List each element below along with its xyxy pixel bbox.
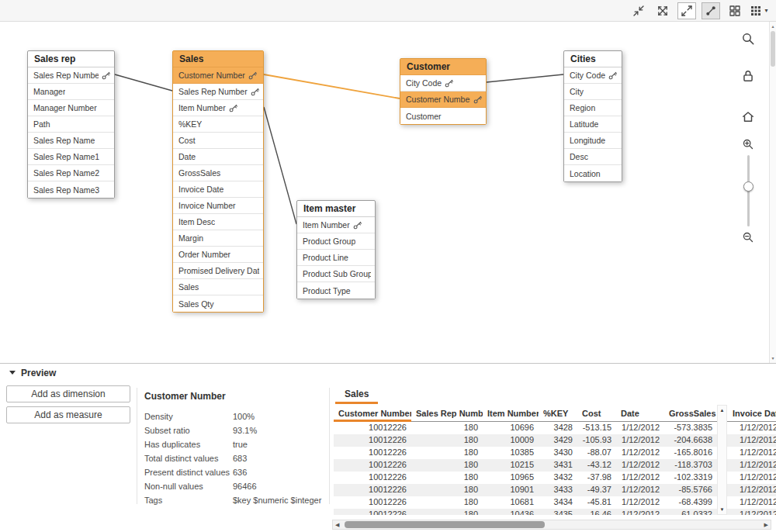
field-label: City Code <box>406 78 442 88</box>
key-icon <box>473 95 482 104</box>
view-menu-button[interactable]: ▾ <box>750 2 768 19</box>
field-latitude[interactable]: Latitude <box>564 116 622 133</box>
field-city[interactable]: City <box>564 84 622 100</box>
field-longitude[interactable]: Longitude <box>564 133 622 149</box>
field-sales-rep-number[interactable]: Sales Rep Number <box>28 67 114 84</box>
grid-row[interactable]: 10012226180109013433-49.371/12/2012-85.5… <box>334 484 776 496</box>
column-header-invoice-date[interactable]: Invoice Date <box>728 405 776 422</box>
divider <box>329 388 330 504</box>
field-date[interactable]: Date <box>173 149 263 165</box>
scroll-right-icon[interactable]: ▶ <box>764 521 768 529</box>
scrollbar-thumb[interactable] <box>771 31 775 67</box>
field-region[interactable]: Region <box>564 100 622 116</box>
scroll-down-icon[interactable]: ▾ <box>770 355 776 361</box>
association-sales-to-customer[interactable] <box>264 74 400 98</box>
column-header-grosssales[interactable]: GrossSales <box>664 405 717 422</box>
add-as-dimension-button[interactable]: Add as dimension <box>6 385 130 402</box>
cell-date: 1/12/2012 <box>616 459 664 472</box>
grid-row[interactable]: 10012226180100093429-105.931/12/2012-204… <box>334 434 776 447</box>
search-button[interactable] <box>739 29 757 48</box>
field-product-line[interactable]: Product Line <box>297 250 375 266</box>
field-sales-rep-name2[interactable]: Sales Rep Name2 <box>28 165 114 181</box>
field-invoice-date[interactable]: Invoice Date <box>173 181 263 198</box>
add-as-measure-button[interactable]: Add as measure <box>6 406 130 423</box>
scroll-left-icon[interactable]: ◀ <box>335 521 339 529</box>
column-header-date[interactable]: Date <box>616 405 664 422</box>
linked-fields-button[interactable] <box>702 2 720 19</box>
field-customer-number[interactable]: Customer Number <box>400 92 486 108</box>
field-%key[interactable]: %KEY <box>173 116 263 133</box>
field-city-code[interactable]: City Code <box>400 75 486 92</box>
field-order-number[interactable]: Order Number <box>173 247 263 263</box>
grid-row[interactable]: 10012226180102153431-43.121/12/2012-118.… <box>334 459 776 472</box>
model-table-sales[interactable]: SalesCustomer NumberSales Rep NumberItem… <box>172 50 264 313</box>
field-sales-rep-number[interactable]: Sales Rep Number <box>173 84 263 100</box>
lock-button[interactable] <box>739 67 757 85</box>
model-table-customer[interactable]: CustomerCity CodeCustomer NumberCustomer <box>400 58 487 125</box>
column-header-customer-number[interactable]: Customer Number <box>334 405 411 422</box>
field-product-group[interactable]: Product Group <box>297 233 375 250</box>
canvas-vertical-scrollbar[interactable]: ▴ ▾ <box>769 22 776 363</box>
grid-row[interactable]: 10012226180109653432-37.981/12/2012-102.… <box>334 472 776 484</box>
zoom-slider[interactable] <box>747 155 750 226</box>
field-sales[interactable]: Sales <box>173 279 263 295</box>
field-city-code[interactable]: City Code <box>564 67 622 84</box>
field-location[interactable]: Location <box>564 165 622 181</box>
grid-row[interactable]: 10012226180103853430-88.071/12/2012-165.… <box>334 447 776 459</box>
grid-layout-button[interactable] <box>726 2 744 19</box>
field-invoice-number[interactable]: Invoice Number <box>173 198 263 214</box>
field-desc[interactable]: Desc <box>564 149 622 165</box>
field-sales-qty[interactable]: Sales Qty <box>173 295 263 312</box>
column-header-cost[interactable]: Cost <box>577 405 616 422</box>
association-customer-to-cities[interactable] <box>487 74 563 82</box>
preview-horizontal-scrollbar[interactable]: ◀ ▶ <box>332 520 771 530</box>
grid-row[interactable]: 10012226180106963428-513.151/12/2012-573… <box>334 422 776 434</box>
scroll-up-icon[interactable]: ▲ <box>718 408 726 413</box>
model-canvas[interactable]: Sales repSales Rep NumberManagerManager … <box>0 22 776 363</box>
field-cost[interactable]: Cost <box>173 133 263 149</box>
column-header-%key[interactable]: %KEY <box>539 405 577 422</box>
zoom-out-button[interactable] <box>739 228 757 247</box>
field-margin[interactable]: Margin <box>173 230 263 247</box>
zoom-in-button[interactable] <box>739 135 757 154</box>
field-path[interactable]: Path <box>28 116 114 133</box>
scroll-up-icon[interactable]: ▴ <box>770 23 776 29</box>
model-table-item-master[interactable]: Item masterItem NumberProduct GroupProdu… <box>296 200 376 299</box>
cell-invoice-date: 1/12/2012 <box>728 496 776 509</box>
field-sales-rep-name3[interactable]: Sales Rep Name3 <box>28 181 114 198</box>
field-manager[interactable]: Manager <box>28 84 114 100</box>
field-item-desc[interactable]: Item Desc <box>173 214 263 230</box>
field-item-number[interactable]: Item Number <box>173 100 263 116</box>
grid-vertical-scrollbar[interactable]: ▲ ▼ <box>717 405 727 515</box>
field-promised-delivery-date[interactable]: Promised Delivery Date <box>173 263 263 279</box>
cell-cost: -49.37 <box>577 484 616 496</box>
field-product-sub-group[interactable]: Product Sub Group <box>297 266 375 282</box>
field-customer-number[interactable]: Customer Number <box>173 67 263 84</box>
field-manager-number[interactable]: Manager Number <box>28 100 114 116</box>
expand-all-button[interactable] <box>653 2 672 19</box>
scrollbar-thumb[interactable] <box>345 521 545 528</box>
cell-%key: 3431 <box>539 459 577 472</box>
cell-customer-number: 10012226 <box>334 484 411 496</box>
scroll-down-icon[interactable]: ▼ <box>718 507 726 512</box>
field-customer[interactable]: Customer <box>400 108 486 124</box>
table-tab-sales[interactable]: Sales <box>335 386 378 404</box>
field-product-type[interactable]: Product Type <box>297 282 375 299</box>
field-item-number[interactable]: Item Number <box>297 217 375 233</box>
preview-toggle[interactable]: Preview <box>0 363 776 382</box>
resize-view-button[interactable] <box>677 2 696 19</box>
model-table-cities[interactable]: CitiesCity CodeCityRegionLatitudeLongitu… <box>563 50 622 182</box>
home-button[interactable] <box>739 107 757 126</box>
grid-row[interactable]: 10012226180104363435-16.461/12/2012-61.0… <box>334 509 776 515</box>
field-sales-rep-name1[interactable]: Sales Rep Name1 <box>28 149 114 165</box>
association-sales-rep-to-sales[interactable] <box>115 74 172 91</box>
column-header-sales-rep-number[interactable]: Sales Rep Number <box>411 405 483 422</box>
zoom-slider-handle[interactable] <box>743 181 753 192</box>
association-sales-to-item-master[interactable] <box>264 107 296 224</box>
collapse-all-button[interactable] <box>629 2 648 19</box>
field-sales-rep-name[interactable]: Sales Rep Name <box>28 133 114 149</box>
model-table-sales-rep[interactable]: Sales repSales Rep NumberManagerManager … <box>27 50 115 199</box>
field-grosssales[interactable]: GrossSales <box>173 165 263 181</box>
column-header-item-number[interactable]: Item Number <box>483 405 539 422</box>
grid-row[interactable]: 10012226180106813434-45.811/12/2012-68.4… <box>334 496 776 509</box>
